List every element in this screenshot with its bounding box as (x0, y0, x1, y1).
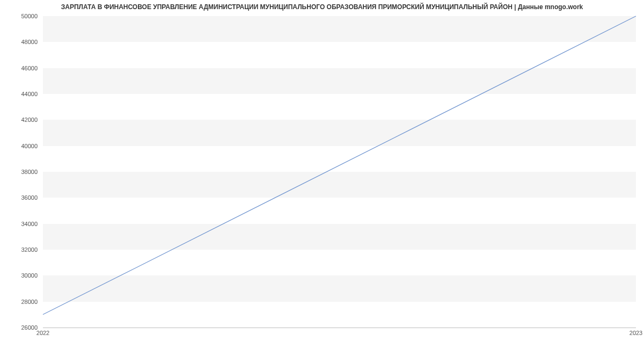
y-tick-label: 30000 (5, 272, 38, 279)
y-tick-label: 46000 (5, 65, 38, 71)
salary-line-chart: ЗАРПЛАТА В ФИНАНСОВОЕ УПРАВЛЕНИЕ АДМИНИС… (0, 0, 644, 349)
y-tick-label: 32000 (5, 246, 38, 253)
x-tick-label: 2022 (36, 330, 49, 336)
plot-area (43, 16, 636, 328)
y-tick-label: 50000 (5, 13, 38, 19)
y-tick-label: 34000 (5, 221, 38, 227)
series-line-salary (43, 16, 636, 315)
y-tick-label: 44000 (5, 91, 38, 97)
y-tick-label: 48000 (5, 39, 38, 45)
line-layer (43, 16, 636, 328)
y-tick-label: 40000 (5, 143, 38, 149)
x-tick-label: 2023 (630, 330, 642, 336)
y-tick-label: 38000 (5, 169, 38, 175)
y-tick-label: 42000 (5, 117, 38, 123)
chart-title: ЗАРПЛАТА В ФИНАНСОВОЕ УПРАВЛЕНИЕ АДМИНИС… (0, 3, 644, 11)
y-tick-label: 28000 (5, 299, 38, 305)
y-tick-label: 36000 (5, 194, 38, 201)
y-tick-label: 26000 (5, 324, 38, 331)
